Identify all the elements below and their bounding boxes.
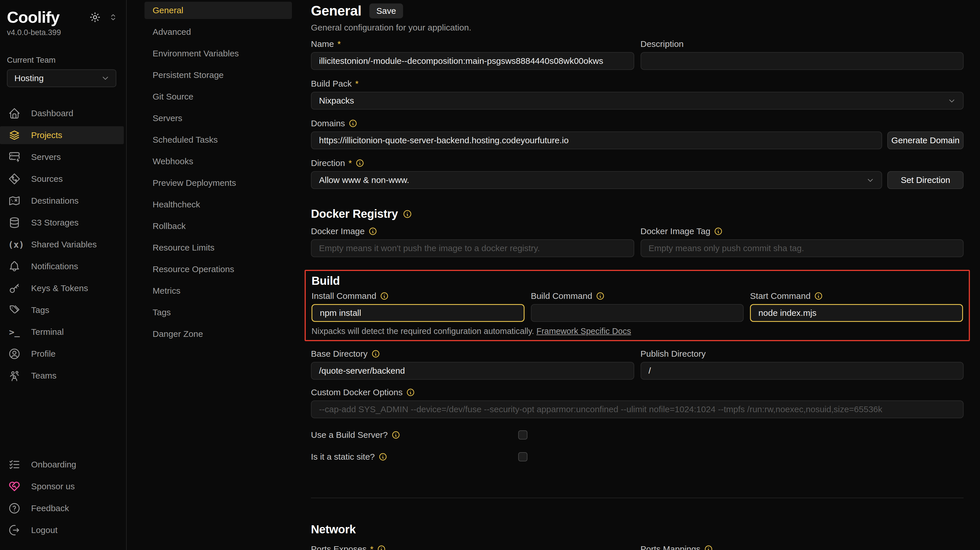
logout-icon	[8, 524, 21, 536]
docker-image-input[interactable]	[311, 239, 634, 257]
sidebar-item-destinations[interactable]: Destinations	[0, 192, 124, 210]
info-icon[interactable]	[704, 545, 713, 550]
info-icon[interactable]	[368, 227, 377, 236]
install-command-label: Install Command	[312, 291, 376, 301]
menu-item-metrics[interactable]: Metrics	[145, 282, 292, 300]
info-icon[interactable]	[371, 349, 380, 358]
sidebar-item-keys-tokens[interactable]: Keys & Tokens	[0, 279, 124, 297]
sidebar-item-label: Shared Variables	[31, 239, 97, 249]
build-server-label: Use a Build Server?	[311, 430, 388, 440]
domains-label: Domains	[311, 119, 345, 128]
info-icon[interactable]	[391, 430, 401, 439]
server-icon	[8, 151, 21, 163]
tags-icon	[8, 304, 21, 316]
sidebar-item-s3-storages[interactable]: S3 Storages	[0, 214, 124, 231]
sidebar-item-notifications[interactable]: Notifications	[0, 257, 124, 275]
framework-docs-link[interactable]: Framework Specific Docs	[536, 327, 631, 336]
install-command-input[interactable]	[312, 304, 525, 322]
sidebar-item-dashboard[interactable]: Dashboard	[0, 105, 124, 122]
build-server-checkbox[interactable]	[518, 430, 527, 439]
sidebar-item-onboarding[interactable]: Onboarding	[0, 456, 124, 474]
install-command-field-group: Install Command	[312, 291, 525, 322]
info-icon[interactable]	[355, 159, 364, 168]
sidebar-item-label: Profile	[31, 349, 56, 359]
sidebar-item-feedback[interactable]: Feedback	[0, 499, 124, 517]
menu-item-danger-zone[interactable]: Danger Zone	[145, 325, 292, 342]
sidebar-item-sponsor-us[interactable]: Sponsor us	[0, 477, 124, 495]
map-icon	[8, 195, 21, 207]
info-icon[interactable]	[814, 292, 823, 301]
info-icon[interactable]	[714, 227, 723, 236]
info-icon[interactable]	[377, 545, 386, 550]
user-circle-icon	[8, 347, 21, 360]
menu-item-resource-operations[interactable]: Resource Operations	[145, 261, 292, 278]
ports-exposes-label: Ports Exposes	[311, 544, 366, 550]
start-command-input[interactable]	[750, 304, 963, 322]
sidebar-item-label: Destinations	[31, 196, 79, 206]
menu-item-servers[interactable]: Servers	[145, 109, 292, 127]
menu-item-resource-limits[interactable]: Resource Limits	[145, 239, 292, 256]
docker-image-tag-input[interactable]	[641, 239, 964, 257]
menu-item-healthcheck[interactable]: Healthcheck	[145, 196, 292, 213]
menu-item-advanced[interactable]: Advanced	[145, 23, 292, 41]
info-icon[interactable]	[378, 452, 388, 461]
sidebar-item-sources[interactable]: Sources	[0, 170, 124, 188]
sidebar-item-label: Onboarding	[31, 460, 76, 469]
custom-docker-options-input[interactable]	[311, 400, 964, 418]
sidebar-item-terminal[interactable]: >_ Terminal	[0, 323, 124, 341]
static-site-checkbox[interactable]	[518, 452, 527, 461]
generate-domain-button[interactable]: Generate Domain	[887, 132, 964, 149]
section-divider	[311, 498, 964, 498]
menu-item-tags[interactable]: Tags	[145, 304, 292, 321]
team-select[interactable]: Hosting	[7, 69, 116, 87]
settings-menu: General Advanced Environment Variables P…	[127, 0, 293, 550]
save-button[interactable]: Save	[369, 3, 403, 18]
sidebar-item-shared-variables[interactable]: (x) Shared Variables	[0, 236, 124, 254]
base-directory-input[interactable]	[311, 362, 634, 380]
sidebar-item-projects[interactable]: Projects	[0, 126, 124, 144]
sidebar-item-servers[interactable]: Servers	[0, 148, 124, 166]
bell-icon	[8, 260, 21, 273]
sidebar-item-label: Feedback	[31, 503, 69, 513]
info-icon[interactable]	[406, 388, 415, 397]
sidebar-item-profile[interactable]: Profile	[0, 345, 124, 363]
direction-select[interactable]	[311, 171, 882, 189]
menu-item-general[interactable]: General	[145, 2, 292, 19]
menu-item-preview-deployments[interactable]: Preview Deployments	[145, 174, 292, 192]
direction-label: Direction	[311, 158, 345, 168]
docker-image-label: Docker Image	[311, 227, 365, 236]
description-input[interactable]	[641, 52, 964, 70]
required-mark: *	[348, 158, 352, 168]
menu-item-environment-variables[interactable]: Environment Variables	[145, 45, 292, 62]
info-icon[interactable]	[380, 292, 389, 301]
menu-item-persistent-storage[interactable]: Persistent Storage	[145, 67, 292, 84]
sidebar-item-tags[interactable]: Tags	[0, 301, 124, 319]
heart-hands-icon	[8, 480, 21, 493]
ports-exposes-field-group: Ports Exposes *	[311, 544, 634, 550]
info-icon[interactable]	[348, 119, 358, 128]
menu-item-git-source[interactable]: Git Source	[145, 88, 292, 105]
menu-item-scheduled-tasks[interactable]: Scheduled Tasks	[145, 131, 292, 149]
sidebar-item-logout[interactable]: Logout	[0, 521, 124, 539]
docker-image-tag-label: Docker Image Tag	[641, 227, 711, 236]
build-pack-select[interactable]	[311, 92, 964, 109]
publish-directory-input[interactable]	[641, 362, 964, 380]
info-icon[interactable]	[402, 209, 412, 219]
domains-input[interactable]	[311, 132, 882, 149]
help-circle-icon	[8, 502, 21, 515]
build-command-input[interactable]	[531, 304, 744, 322]
terminal-icon: >_	[8, 327, 21, 337]
sidebar-item-label: Teams	[31, 371, 56, 380]
sidebar-item-teams[interactable]: Teams	[0, 367, 124, 385]
set-direction-button[interactable]: Set Direction	[887, 171, 964, 189]
sidebar-item-label: S3 Storages	[31, 218, 79, 228]
required-mark: *	[370, 544, 374, 550]
theme-sun-icon[interactable]	[89, 11, 101, 23]
menu-item-rollback[interactable]: Rollback	[145, 217, 292, 235]
description-field-group: Description	[641, 39, 964, 70]
info-icon[interactable]	[596, 292, 605, 301]
name-input[interactable]	[311, 52, 634, 70]
collapse-sidebar-icon[interactable]	[108, 13, 118, 22]
current-team-label: Current Team	[0, 55, 126, 65]
menu-item-webhooks[interactable]: Webhooks	[145, 153, 292, 170]
